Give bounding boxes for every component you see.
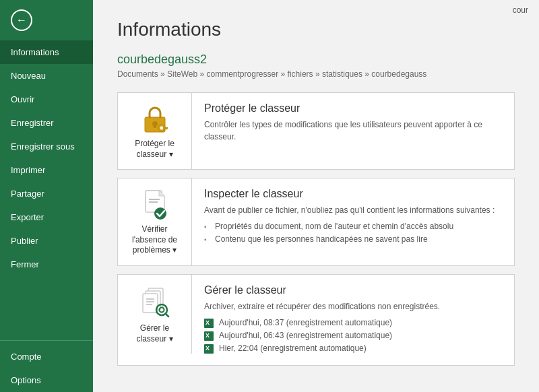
breadcrumb: Documents » SiteWeb » commentprogresser … [117,69,515,79]
manage-icon [140,284,170,319]
sidebar-item-informations[interactable]: Informations [0,40,93,64]
inspecter-content: Inspecter le classeur Avant de publier c… [192,178,514,255]
inspecter-list-item-1: Contenu que les personnes handicapées ne… [204,233,502,246]
file-name: courbedegauss2 [117,53,515,67]
card-inspecter: Vérifier l'absence de problèmes ▾ Inspec… [117,178,515,266]
proteger-content: Protéger le classeur Contrôler les types… [192,93,514,156]
back-button[interactable]: ← [0,0,93,40]
sidebar-item-ouvrir[interactable]: Ouvrir [0,88,93,111]
sidebar-item-partager[interactable]: Partager [0,182,93,205]
inspecter-desc: Avant de publier ce fichier, n'oubliez p… [204,204,502,216]
inspecter-label: Vérifier l'absence de problèmes ▾ [125,224,185,256]
proteger-label: Protéger le classeur ▾ [125,139,185,160]
inspecter-list: Propriétés du document, nom de l'auteur … [204,220,502,246]
sidebar-item-fermer[interactable]: Fermer [0,253,93,276]
svg-rect-2 [154,125,156,128]
proteger-button[interactable]: Protéger le classeur ▾ [118,93,192,169]
gerer-excel-item-1[interactable]: Aujourd'hui, 06:43 (enregistrement autom… [204,329,502,342]
gerer-excel-item-2[interactable]: Hier, 22:04 (enregistrement automatique) [204,342,502,355]
lock-icon [140,102,170,135]
proteger-desc: Contrôler les types de modifications que… [204,119,502,143]
svg-line-19 [165,313,168,317]
sidebar-item-enregistrer-sous[interactable]: Enregistrer sous [0,135,93,158]
sidebar-item-exporter[interactable]: Exporter [0,205,93,229]
topbar-filename: cour [513,5,528,15]
card-gerer: Gérer le classeur ▾ Gérer le classeur Ar… [117,274,515,366]
gerer-button[interactable]: Gérer le classeur ▾ [118,275,192,354]
svg-rect-13 [143,294,158,313]
gerer-content: Gérer le classeur Archiver, extraire et … [192,275,514,365]
sidebar-item-nouveau[interactable]: Nouveau [0,64,93,88]
gerer-excel-item-0[interactable]: Aujourd'hui, 08:37 (enregistrement autom… [204,317,502,329]
card-proteger: Protéger le classeur ▾ Protéger le class… [117,92,515,170]
back-circle-icon: ← [11,9,32,31]
page-title: Informations [117,19,515,40]
svg-rect-6 [166,127,167,129]
gerer-excel-list: Aujourd'hui, 08:37 (enregistrement autom… [204,317,502,356]
gerer-title: Gérer le classeur [204,284,502,296]
inspecter-button[interactable]: Vérifier l'absence de problèmes ▾ [118,178,192,265]
sidebar-item-publier[interactable]: Publier [0,229,93,253]
main-content: cour Informations courbedegauss2 Documen… [93,0,539,392]
sidebar-item-enregistrer[interactable]: Enregistrer [0,111,93,135]
sidebar-item-imprimer[interactable]: Imprimer [0,158,93,182]
inspecter-title: Inspecter le classeur [204,188,502,200]
check-icon [140,188,170,220]
sidebar-item-compte[interactable]: Compte [0,345,93,368]
sidebar-bottom: Compte Options [0,336,93,392]
sidebar-item-options[interactable]: Options [0,368,93,392]
proteger-title: Protéger le classeur [204,102,502,115]
gerer-label: Gérer le classeur ▾ [125,323,185,344]
sidebar-divider [0,340,93,341]
inspecter-list-item-0: Propriétés du document, nom de l'auteur … [204,220,502,233]
svg-point-10 [154,207,166,220]
sidebar: ← Informations Nouveau Ouvrir Enregistre… [0,0,93,392]
gerer-desc: Archiver, extraire et récupérer des modi… [204,300,502,313]
